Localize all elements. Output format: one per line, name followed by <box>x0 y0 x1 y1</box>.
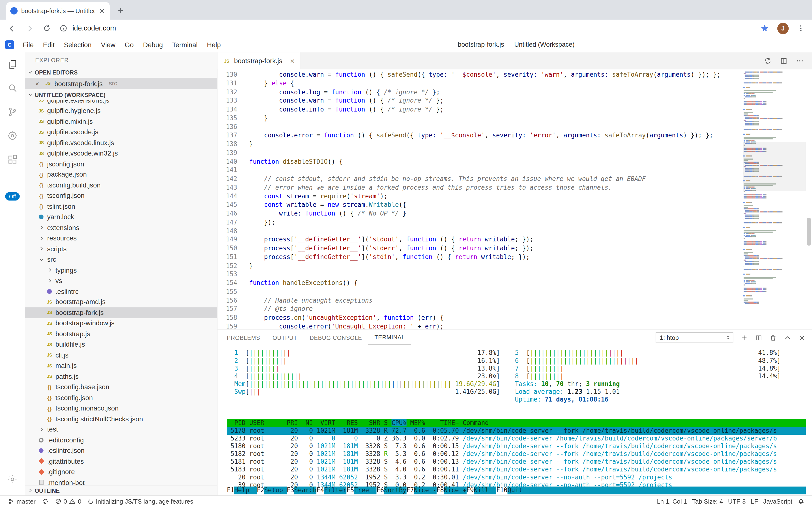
close-panel-icon[interactable] <box>799 334 806 341</box>
file-gulpfile.vscode.win32.js[interactable]: JSgulpfile.vscode.win32.js <box>25 148 217 159</box>
menu-file[interactable]: File <box>18 41 38 48</box>
source-control-icon[interactable] <box>0 100 25 124</box>
notifications-bell-icon[interactable] <box>795 496 807 507</box>
workspace-header[interactable]: UNTITLED (WORKSPACE) <box>25 89 217 100</box>
encoding[interactable]: UTF-8 <box>726 496 748 507</box>
file-.editorconfig[interactable]: .editorconfig <box>25 435 217 445</box>
terminal-selector[interactable]: 1: htop <box>655 332 733 343</box>
file-tslint.json[interactable]: {}tslint.json <box>25 201 217 212</box>
scrollbar-thumb[interactable] <box>807 218 811 246</box>
file-.gitattributes[interactable]: .gitattributes <box>25 456 217 467</box>
file-resources[interactable]: resources <box>25 233 217 243</box>
bookmark-star-icon[interactable] <box>760 24 769 33</box>
eol[interactable]: LF <box>748 496 760 507</box>
address-bar[interactable]: ide.coder.com <box>59 24 752 32</box>
file-bootstrap-fork.js[interactable]: JSbootstrap-fork.js <box>25 307 217 318</box>
browser-tab[interactable]: bootstrap-fork.js — Untitled (W <box>6 2 110 20</box>
file-bootstrap-window.js[interactable]: JSbootstrap-window.js <box>25 318 217 329</box>
process-row-5233[interactable]: 5233 root 20 0 0 0 0 Z 36.3 0.0 0:02.79 … <box>227 435 806 442</box>
reload-icon[interactable] <box>43 24 51 33</box>
language-status[interactable]: Initializing JS/TS language features <box>85 496 196 507</box>
file-bootstrap-amd.js[interactable]: JSbootstrap-amd.js <box>25 296 217 307</box>
maximize-panel-icon[interactable] <box>784 334 791 341</box>
code-editor[interactable]: console.warn = function () { safeSend({ … <box>237 69 743 330</box>
menu-terminal[interactable]: Terminal <box>168 41 202 48</box>
file-paths.js[interactable]: JSpaths.js <box>25 371 217 382</box>
more-actions-icon[interactable] <box>796 57 804 65</box>
file-gulpfile.mixin.js[interactable]: JSgulpfile.mixin.js <box>25 116 217 127</box>
menu-help[interactable]: Help <box>202 41 226 48</box>
file-package.json[interactable]: {}package.json <box>25 169 217 180</box>
open-editor-item[interactable]: × JS bootstrap-fork.js src <box>25 78 217 89</box>
process-row-5181[interactable]: 5181 root 20 0 1021M 181M 3328 S 4.6 0.6… <box>227 458 806 466</box>
tab-close-icon[interactable] <box>99 7 106 14</box>
process-row-20[interactable]: 20 root 20 0 1344M 62052 1952 S 3.3 0.2 … <box>227 473 806 482</box>
file-.eslintrc[interactable]: .eslintrc <box>25 286 217 297</box>
htop-function-bar[interactable]: F1Help F2Setup F3SearchF4FilterF5Tree F6… <box>227 487 806 494</box>
split-editor-icon[interactable] <box>780 57 788 65</box>
file-src[interactable]: src <box>25 254 217 265</box>
close-editor-icon[interactable]: × <box>35 79 42 87</box>
extensions-icon[interactable] <box>0 148 25 172</box>
panel-tab-terminal[interactable]: TERMINAL <box>368 330 411 345</box>
file-tsconfig.build.json[interactable]: {}tsconfig.build.json <box>25 180 217 190</box>
process-row-5180[interactable]: 5180 root 20 0 1021M 181M 3328 S 7.3 0.6… <box>227 442 806 450</box>
panel-tab-problems[interactable]: PROBLEMS <box>221 330 266 345</box>
file-vs[interactable]: vs <box>25 276 217 286</box>
profile-avatar[interactable]: J <box>777 22 789 34</box>
file-gulpfile.hygiene.js[interactable]: JSgulpfile.hygiene.js <box>25 106 217 116</box>
cursor-position[interactable]: Ln 1, Col 1 <box>654 496 690 507</box>
panel-tab-debug-console[interactable]: DEBUG CONSOLE <box>303 330 368 345</box>
file-jsconfig.json[interactable]: {}jsconfig.json <box>25 159 217 169</box>
open-editors-header[interactable]: OPEN EDITORS <box>25 67 217 78</box>
file-.eslintrc.json[interactable]: .eslintrc.json <box>25 445 217 456</box>
file-tsconfig.base.json[interactable]: {}tsconfig.base.json <box>25 382 217 392</box>
menu-edit[interactable]: Edit <box>38 41 59 48</box>
minimap[interactable] <box>743 69 806 330</box>
debug-icon[interactable] <box>0 124 25 148</box>
file-.gitignore[interactable]: .gitignore <box>25 467 217 477</box>
file-yarn.lock[interactable]: yarn.lock <box>25 212 217 222</box>
editor-tab-bootstrap-fork[interactable]: JS bootstrap-fork.js × <box>217 52 301 69</box>
new-terminal-icon[interactable] <box>740 334 748 341</box>
forward-icon[interactable] <box>25 23 34 33</box>
file-tsconfig.json[interactable]: {}tsconfig.json <box>25 190 217 201</box>
minimap-slider[interactable] <box>743 142 806 191</box>
close-tab-icon[interactable]: × <box>290 57 295 65</box>
terminal[interactable]: 1 [||||||||||| 17.8%] 5 [|||||||||||||||… <box>217 345 812 495</box>
menu-view[interactable]: View <box>96 41 120 48</box>
new-tab-button[interactable] <box>114 4 127 17</box>
editor-scrollbar[interactable] <box>806 69 812 330</box>
outline-header[interactable]: OUTLINE <box>25 485 217 495</box>
sync-changes-icon[interactable] <box>39 496 51 507</box>
sync-icon[interactable] <box>764 57 772 65</box>
back-icon[interactable] <box>7 23 17 33</box>
file-tsconfig.json[interactable]: {}tsconfig.json <box>25 392 217 403</box>
htop-table-header[interactable]: PID USER PRI NI VIRT RES SHR S CPU% MEM%… <box>227 419 806 427</box>
file-gulpfile.vscode.js[interactable]: JSgulpfile.vscode.js <box>25 127 217 137</box>
file-gulpfile.vscode.linux.js[interactable]: JSgulpfile.vscode.linux.js <box>25 137 217 148</box>
split-terminal-icon[interactable] <box>755 334 762 341</box>
settings-gear-icon[interactable] <box>0 467 25 491</box>
search-icon[interactable] <box>0 76 25 100</box>
menu-selection[interactable]: Selection <box>59 41 96 48</box>
file-main.js[interactable]: JSmain.js <box>25 360 217 371</box>
process-row-5178[interactable]: 5178 root 20 0 1021M 181M 3328 R 72.7 0.… <box>227 427 806 435</box>
explorer-icon[interactable] <box>0 52 25 76</box>
file-test[interactable]: test <box>25 424 217 435</box>
file-bootstrap.js[interactable]: JSbootstrap.js <box>25 329 217 339</box>
file-tsconfig.strictNullChecks.json[interactable]: {}tsconfig.strictNullChecks.json <box>25 413 217 424</box>
menu-debug[interactable]: Debug <box>138 41 168 48</box>
file-extensions[interactable]: extensions <box>25 222 217 233</box>
kill-terminal-icon[interactable] <box>769 334 777 341</box>
file-tsconfig.monaco.json[interactable]: {}tsconfig.monaco.json <box>25 403 217 414</box>
file-buildfile.js[interactable]: JSbuildfile.js <box>25 339 217 350</box>
browser-menu-icon[interactable] <box>797 24 805 32</box>
indentation[interactable]: Tab Size: 4 <box>690 496 726 507</box>
problems-indicator[interactable]: 0 0 <box>52 496 84 507</box>
menu-go[interactable]: Go <box>120 41 138 48</box>
git-branch-indicator[interactable]: master <box>5 496 38 507</box>
site-info-icon[interactable] <box>59 24 67 32</box>
file-scripts[interactable]: scripts <box>25 243 217 254</box>
panel-tab-output[interactable]: OUTPUT <box>266 330 303 345</box>
